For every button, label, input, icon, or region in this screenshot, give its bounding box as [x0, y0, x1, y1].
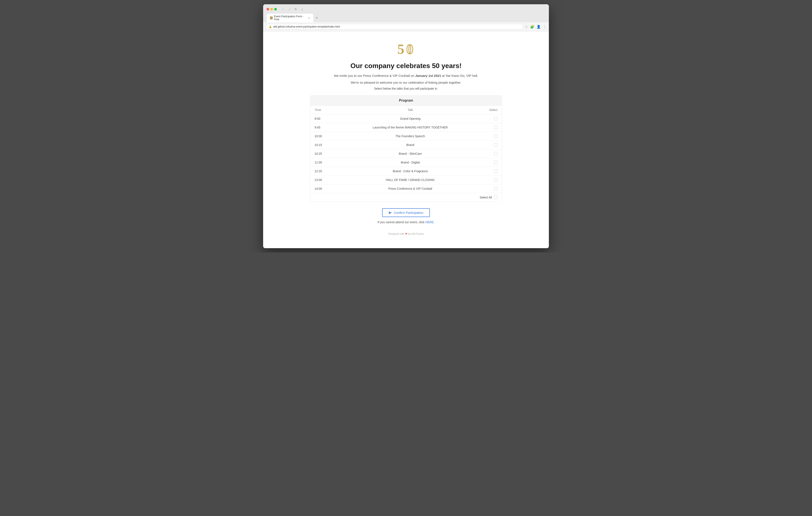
cell-talk: Brand	[344, 141, 476, 150]
refresh-button[interactable]: ↻	[293, 6, 298, 12]
cell-talk: Grand Opening	[344, 114, 476, 123]
cell-select	[476, 132, 502, 141]
attendance-link[interactable]: HERE	[426, 220, 434, 224]
event-date: January 1st 2021	[415, 74, 441, 78]
cell-talk: Launching of the theme MAKING HISTORY TO…	[344, 123, 476, 132]
maximize-button[interactable]	[274, 8, 277, 10]
col-select: Select	[476, 106, 502, 114]
cell-select	[476, 123, 502, 132]
row-checkbox-2[interactable]	[494, 134, 497, 138]
confirm-button-label: Confirm Participation	[394, 211, 423, 215]
traffic-lights	[266, 8, 277, 10]
row-checkbox-1[interactable]	[494, 126, 497, 129]
account-icon[interactable]: 👤	[536, 25, 541, 29]
table-row: 10:15Brand	[310, 141, 502, 150]
heart-icon: ❤	[405, 233, 407, 235]
table-row: 10:00The Founders Speech	[310, 132, 502, 141]
browser-controls: ‹ › ↻ ⌂	[266, 6, 546, 12]
new-tab-button[interactable]: +	[314, 15, 320, 22]
cell-time: 9:45	[310, 123, 344, 132]
footer-text: Designed with ❤ by Aldi Duzha	[310, 233, 502, 235]
table-body: 9:00Grand Opening9:45Launching of the th…	[310, 114, 502, 193]
col-talk: Talk	[344, 106, 476, 114]
row-checkbox-8[interactable]	[494, 187, 497, 190]
close-button[interactable]	[266, 8, 269, 10]
table-row: 12:20Brand - Color & Fragrance	[310, 167, 502, 175]
cell-select	[476, 158, 502, 167]
cell-time: 10:25	[310, 150, 344, 158]
select-instruction: Select below the talks that you will par…	[310, 87, 502, 90]
attendance-suffix: .	[434, 220, 435, 224]
cell-time: 10:00	[310, 132, 344, 141]
nav-buttons: ‹ › ↻ ⌂	[280, 6, 305, 12]
tab-title: Event Participation Form - Free	[274, 15, 307, 21]
cell-time: 10:15	[310, 141, 344, 150]
cell-time: 9:00	[310, 114, 344, 123]
main-title: Our company celebrates 50 years!	[310, 62, 502, 70]
svg-text:0: 0	[406, 42, 413, 57]
subtitle-suffix: at Tae Kwon Do, VIP hall.	[442, 74, 478, 78]
cell-talk: Brand - Color & Fragrance	[344, 167, 476, 175]
program-table: Time Talk Select 9:00Grand Opening9:45La…	[310, 106, 502, 193]
table-row: 9:00Grand Opening	[310, 114, 502, 123]
svg-text:5: 5	[398, 42, 404, 57]
logo-container: 5 0	[310, 40, 502, 58]
menu-icon[interactable]: ⋮	[543, 25, 546, 29]
cell-select	[476, 114, 502, 123]
cell-select	[476, 150, 502, 158]
address-bar[interactable]: 🔒 aldi.github.io/bulma-event-participati…	[266, 24, 523, 29]
select-all-label: Select All	[480, 196, 492, 199]
row-checkbox-0[interactable]	[494, 117, 497, 120]
cell-talk: The Founders Speech	[344, 132, 476, 141]
tab-close-icon[interactable]: ✕	[308, 17, 310, 20]
subtitle-line1: We invite you to our Press Conference & …	[310, 73, 502, 78]
subtitle-line2: We're so pleased to welcome you to our c…	[310, 80, 502, 85]
cell-select	[476, 167, 502, 175]
cell-select	[476, 175, 502, 184]
cell-talk: Press Conference & VIP Cocktail	[344, 184, 476, 193]
toolbar-actions: ☆ 🧩 👤 ⋮	[525, 25, 546, 29]
address-text: aldi.github.io/bulma-event-participation…	[273, 25, 340, 28]
select-all-row: Select All	[310, 193, 502, 202]
lock-icon: 🔒	[269, 25, 272, 28]
active-tab[interactable]: Event Participation Form - Free ✕	[266, 13, 314, 22]
main-container: 5 0 Our company celebrates 50 years! We …	[310, 40, 502, 235]
cell-time: 13:00	[310, 175, 344, 184]
tab-favicon	[270, 17, 273, 20]
forward-button[interactable]: ›	[287, 6, 292, 12]
home-button[interactable]: ⌂	[299, 6, 305, 12]
cell-time: 12:20	[310, 167, 344, 175]
attendance-note: If you cannot attend our event, click HE…	[310, 220, 502, 224]
bookmark-icon[interactable]: ☆	[525, 25, 528, 29]
table-row: 9:45Launching of the theme MAKING HISTOR…	[310, 123, 502, 132]
attendance-prefix: If you cannot attend our event, click	[378, 220, 426, 224]
extensions-icon[interactable]: 🧩	[530, 25, 534, 29]
row-checkbox-7[interactable]	[494, 178, 497, 182]
col-time: Time	[310, 106, 344, 114]
confirm-button[interactable]: Confirm Participation	[382, 208, 430, 217]
cell-time: 11:00	[310, 158, 344, 167]
row-checkbox-3[interactable]	[494, 143, 497, 146]
page-content: 5 0 Our company celebrates 50 years! We …	[263, 31, 549, 248]
select-all-checkbox[interactable]	[494, 196, 497, 199]
table-row: 13:00HALL OF FAME / GRAND CLOSING	[310, 175, 502, 184]
send-icon	[388, 211, 392, 215]
browser-window: ‹ › ↻ ⌂ Event Participation Form - Free …	[263, 4, 549, 248]
row-checkbox-4[interactable]	[494, 152, 497, 155]
anniversary-logo: 5 0	[397, 40, 415, 57]
row-checkbox-5[interactable]	[494, 161, 497, 164]
subtitle-prefix: We invite you to our Press Conference & …	[334, 74, 414, 78]
cell-talk: Brand - Digital	[344, 158, 476, 167]
minimize-button[interactable]	[270, 8, 273, 10]
cell-select	[476, 141, 502, 150]
browser-toolbar: 🔒 aldi.github.io/bulma-event-participati…	[263, 22, 549, 31]
back-button[interactable]: ‹	[280, 6, 286, 12]
table-row: 10:25Brand - SkinCare	[310, 150, 502, 158]
program-box: Program Time Talk Select 9:00Grand Openi…	[310, 96, 502, 202]
row-checkbox-6[interactable]	[494, 169, 497, 173]
table-row: 11:00Brand - Digital	[310, 158, 502, 167]
cell-time: 14:00	[310, 184, 344, 193]
table-header: Time Talk Select	[310, 106, 502, 114]
cell-select	[476, 184, 502, 193]
cell-talk: Brand - SkinCare	[344, 150, 476, 158]
